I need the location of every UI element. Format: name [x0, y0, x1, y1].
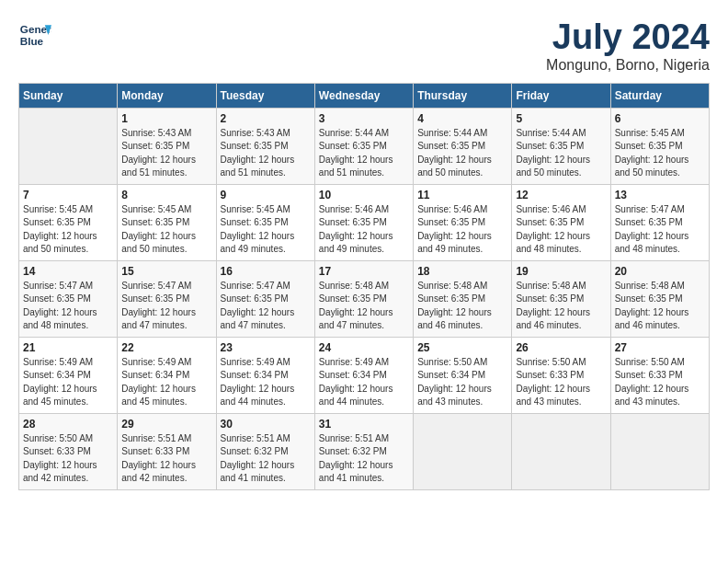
day-info: Sunrise: 5:51 AMSunset: 6:32 PMDaylight:… [319, 432, 409, 486]
week-row-1: 1Sunrise: 5:43 AMSunset: 6:35 PMDaylight… [19, 108, 710, 184]
calendar-cell [610, 413, 709, 489]
day-number: 13 [615, 189, 705, 201]
calendar-cell: 15Sunrise: 5:47 AMSunset: 6:35 PMDayligh… [118, 260, 216, 337]
title-area: July 2024 Monguno, Borno, Nigeria [546, 18, 710, 74]
logo-icon: General Blue [18, 18, 51, 52]
calendar-cell [414, 413, 512, 489]
day-number: 10 [319, 189, 409, 201]
day-info: Sunrise: 5:50 AMSunset: 6:33 PMDaylight:… [23, 432, 113, 486]
day-number: 8 [121, 189, 211, 201]
weekday-header-row: SundayMondayTuesdayWednesdayThursdayFrid… [19, 83, 710, 108]
weekday-header-tuesday: Tuesday [216, 83, 314, 108]
week-row-4: 21Sunrise: 5:49 AMSunset: 6:34 PMDayligh… [19, 337, 710, 413]
calendar-cell: 18Sunrise: 5:48 AMSunset: 6:35 PMDayligh… [414, 260, 512, 337]
day-number: 20 [615, 265, 705, 278]
week-row-5: 28Sunrise: 5:50 AMSunset: 6:33 PMDayligh… [19, 413, 710, 489]
calendar-cell: 22Sunrise: 5:49 AMSunset: 6:34 PMDayligh… [118, 337, 216, 413]
day-info: Sunrise: 5:50 AMSunset: 6:34 PMDaylight:… [417, 356, 507, 409]
calendar-cell: 5Sunrise: 5:44 AMSunset: 6:35 PMDaylight… [512, 108, 610, 184]
calendar-cell: 10Sunrise: 5:46 AMSunset: 6:35 PMDayligh… [314, 184, 413, 260]
day-info: Sunrise: 5:43 AMSunset: 6:35 PMDaylight:… [121, 127, 211, 180]
day-number: 31 [319, 418, 409, 431]
day-number: 21 [23, 341, 113, 354]
day-number: 11 [417, 189, 507, 201]
svg-text:Blue: Blue [20, 35, 44, 47]
day-number: 19 [516, 265, 606, 278]
location: Monguno, Borno, Nigeria [546, 57, 710, 74]
day-number: 22 [121, 341, 211, 354]
day-number: 18 [417, 265, 507, 278]
day-info: Sunrise: 5:48 AMSunset: 6:35 PMDaylight:… [319, 280, 409, 333]
day-info: Sunrise: 5:45 AMSunset: 6:35 PMDaylight:… [23, 203, 113, 257]
day-number: 30 [221, 418, 311, 431]
calendar-cell [512, 413, 610, 489]
calendar-cell: 1Sunrise: 5:43 AMSunset: 6:35 PMDaylight… [118, 108, 216, 184]
day-info: Sunrise: 5:43 AMSunset: 6:35 PMDaylight:… [221, 127, 311, 180]
calendar-cell: 4Sunrise: 5:44 AMSunset: 6:35 PMDaylight… [414, 108, 512, 184]
day-info: Sunrise: 5:50 AMSunset: 6:33 PMDaylight:… [516, 356, 606, 409]
calendar-cell: 20Sunrise: 5:48 AMSunset: 6:35 PMDayligh… [610, 260, 709, 337]
day-number: 14 [23, 265, 113, 278]
day-number: 2 [221, 112, 311, 125]
calendar-cell: 11Sunrise: 5:46 AMSunset: 6:35 PMDayligh… [414, 184, 512, 260]
weekday-header-friday: Friday [512, 83, 610, 108]
day-info: Sunrise: 5:47 AMSunset: 6:35 PMDaylight:… [221, 280, 311, 333]
weekday-header-thursday: Thursday [414, 83, 512, 108]
day-info: Sunrise: 5:49 AMSunset: 6:34 PMDaylight:… [23, 356, 113, 409]
calendar-cell: 2Sunrise: 5:43 AMSunset: 6:35 PMDaylight… [216, 108, 314, 184]
day-number: 5 [516, 112, 606, 125]
day-info: Sunrise: 5:46 AMSunset: 6:35 PMDaylight:… [516, 203, 606, 257]
day-number: 23 [221, 341, 311, 354]
day-number: 4 [417, 112, 507, 125]
weekday-header-wednesday: Wednesday [314, 83, 413, 108]
weekday-header-sunday: Sunday [19, 83, 118, 108]
day-number: 15 [121, 265, 211, 278]
calendar-cell: 19Sunrise: 5:48 AMSunset: 6:35 PMDayligh… [512, 260, 610, 337]
calendar-cell: 7Sunrise: 5:45 AMSunset: 6:35 PMDaylight… [19, 184, 118, 260]
day-info: Sunrise: 5:47 AMSunset: 6:35 PMDaylight:… [615, 203, 705, 257]
calendar-cell: 17Sunrise: 5:48 AMSunset: 6:35 PMDayligh… [314, 260, 413, 337]
calendar-cell: 26Sunrise: 5:50 AMSunset: 6:33 PMDayligh… [512, 337, 610, 413]
day-info: Sunrise: 5:49 AMSunset: 6:34 PMDaylight:… [121, 356, 211, 409]
day-info: Sunrise: 5:51 AMSunset: 6:33 PMDaylight:… [121, 432, 211, 486]
day-number: 26 [516, 341, 606, 354]
day-info: Sunrise: 5:49 AMSunset: 6:34 PMDaylight:… [221, 356, 311, 409]
calendar-cell: 14Sunrise: 5:47 AMSunset: 6:35 PMDayligh… [19, 260, 118, 337]
calendar-cell: 31Sunrise: 5:51 AMSunset: 6:32 PMDayligh… [314, 413, 413, 489]
weekday-header-saturday: Saturday [610, 83, 709, 108]
calendar-cell: 16Sunrise: 5:47 AMSunset: 6:35 PMDayligh… [216, 260, 314, 337]
month-year: July 2024 [546, 18, 710, 57]
week-row-3: 14Sunrise: 5:47 AMSunset: 6:35 PMDayligh… [19, 260, 710, 337]
calendar-cell: 25Sunrise: 5:50 AMSunset: 6:34 PMDayligh… [414, 337, 512, 413]
calendar-cell [19, 108, 118, 184]
calendar-cell: 13Sunrise: 5:47 AMSunset: 6:35 PMDayligh… [610, 184, 709, 260]
day-number: 7 [23, 189, 113, 201]
day-number: 9 [221, 189, 311, 201]
day-number: 25 [417, 341, 507, 354]
calendar-cell: 30Sunrise: 5:51 AMSunset: 6:32 PMDayligh… [216, 413, 314, 489]
day-info: Sunrise: 5:51 AMSunset: 6:32 PMDaylight:… [221, 432, 311, 486]
day-number: 6 [615, 112, 705, 125]
day-info: Sunrise: 5:45 AMSunset: 6:35 PMDaylight:… [221, 203, 311, 257]
day-number: 29 [121, 418, 211, 431]
day-info: Sunrise: 5:45 AMSunset: 6:35 PMDaylight:… [121, 203, 211, 257]
day-info: Sunrise: 5:47 AMSunset: 6:35 PMDaylight:… [121, 280, 211, 333]
day-info: Sunrise: 5:48 AMSunset: 6:35 PMDaylight:… [516, 280, 606, 333]
calendar-cell: 29Sunrise: 5:51 AMSunset: 6:33 PMDayligh… [118, 413, 216, 489]
calendar-cell: 9Sunrise: 5:45 AMSunset: 6:35 PMDaylight… [216, 184, 314, 260]
calendar-cell: 12Sunrise: 5:46 AMSunset: 6:35 PMDayligh… [512, 184, 610, 260]
day-number: 24 [319, 341, 409, 354]
calendar-cell: 21Sunrise: 5:49 AMSunset: 6:34 PMDayligh… [19, 337, 118, 413]
day-info: Sunrise: 5:44 AMSunset: 6:35 PMDaylight:… [516, 127, 606, 180]
logo: General Blue [18, 18, 51, 52]
day-info: Sunrise: 5:48 AMSunset: 6:35 PMDaylight:… [417, 280, 507, 333]
day-info: Sunrise: 5:44 AMSunset: 6:35 PMDaylight:… [319, 127, 409, 180]
day-number: 12 [516, 189, 606, 201]
calendar-cell: 24Sunrise: 5:49 AMSunset: 6:34 PMDayligh… [314, 337, 413, 413]
day-number: 16 [221, 265, 311, 278]
calendar-cell: 8Sunrise: 5:45 AMSunset: 6:35 PMDaylight… [118, 184, 216, 260]
header: General Blue July 2024 Monguno, Borno, N… [18, 18, 710, 74]
day-number: 27 [615, 341, 705, 354]
weekday-header-monday: Monday [118, 83, 216, 108]
calendar-cell: 27Sunrise: 5:50 AMSunset: 6:33 PMDayligh… [610, 337, 709, 413]
